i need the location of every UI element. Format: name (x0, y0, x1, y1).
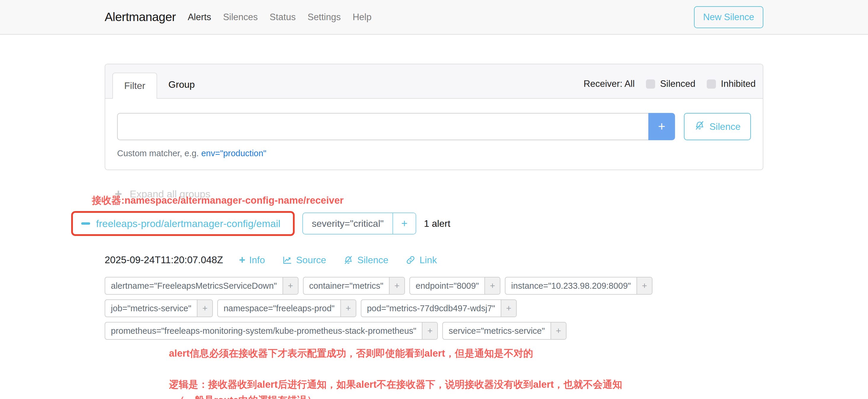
chart-line-icon (282, 255, 292, 265)
group-receiver-link[interactable]: freeleaps-prod/alertmanager-config/email (96, 218, 280, 229)
alert-link-button[interactable]: Link (406, 255, 437, 266)
matcher-help: Custom matcher, e.g. env="production" (117, 149, 751, 158)
navbar: Alertmanager Alerts Silences Status Sett… (0, 0, 868, 35)
matcher-input[interactable] (117, 113, 648, 140)
annotation-receiver-text: 接收器:namespace/altermanager-config-name/r… (92, 194, 344, 207)
bell-slash-icon (694, 120, 705, 133)
label-tag-add-button[interactable]: + (485, 277, 500, 294)
label-tag: endpoint="8009" + (409, 277, 500, 295)
annotation-block: 逻辑是：接收器收到alert后进行通知，如果alert不在接收器下，说明接收器没… (169, 377, 763, 399)
add-matcher-button[interactable]: + (648, 113, 675, 140)
filter-card: Filter Group Receiver: All Silenced Inhi… (105, 64, 763, 170)
matcher-help-text: Custom matcher, e.g. (117, 149, 199, 158)
nav-item-status[interactable]: Status (270, 12, 296, 23)
group-matcher-add-button[interactable]: + (393, 213, 415, 234)
label-tag-text: namespace="freeleaps-prod" (218, 300, 340, 316)
alert-silence-label: Silence (357, 255, 389, 266)
label-tag-add-button[interactable]: + (282, 277, 298, 294)
silence-button[interactable]: Silence (684, 113, 751, 140)
annotation-highlight-box: freeleaps-prod/alertmanager-config/email (71, 211, 295, 236)
label-tag-add-button[interactable]: + (340, 300, 356, 316)
silenced-label: Silenced (660, 79, 695, 89)
alert-info-button[interactable]: + Info (239, 255, 265, 266)
silence-button-label: Silence (709, 121, 741, 132)
alert-silence-button[interactable]: Silence (343, 255, 389, 266)
silenced-checkbox[interactable] (646, 80, 655, 89)
label-tag-add-button[interactable]: + (389, 277, 404, 294)
label-tag: alertname="FreeleapsMetricsServiceDown" … (105, 277, 299, 295)
alert-link-label: Link (420, 255, 437, 266)
label-tag-add-button[interactable]: + (422, 323, 437, 339)
inhibited-checkbox-pair[interactable]: Inhibited (707, 79, 756, 89)
new-silence-button[interactable]: New Silence (694, 6, 763, 28)
label-tag: namespace="freeleaps-prod" + (217, 299, 356, 317)
alert-item: 2025-09-24T11:20:07.048Z + Info Source (105, 254, 763, 340)
nav-item-alerts[interactable]: Alerts (188, 12, 211, 23)
label-tag: container="metrics" + (303, 277, 405, 295)
label-tag-text: service="metrics-service" (443, 323, 550, 339)
annotation-line3: （一般是route中的逻辑有错误） (169, 393, 763, 399)
alert-source-link[interactable]: Source (282, 255, 326, 266)
label-tag-add-button[interactable]: + (197, 300, 212, 316)
alert-source-label: Source (296, 255, 326, 266)
filter-card-body: + Silence Custom matcher, e.g. env="prod (105, 99, 763, 170)
label-tag-add-button[interactable]: + (637, 277, 652, 294)
tab-group[interactable]: Group (157, 72, 206, 98)
label-tag: pod="metrics-77d9cdb497-wdsj7" + (361, 299, 517, 317)
inhibited-label: Inhibited (721, 79, 756, 89)
matcher-example-link[interactable]: env="production" (201, 149, 267, 158)
receiver-selector[interactable]: Receiver: All (584, 79, 635, 89)
label-tag: job="metrics-service" + (105, 299, 213, 317)
plus-icon: + (239, 255, 245, 265)
alert-count: 1 alert (424, 218, 450, 229)
silenced-checkbox-pair[interactable]: Silenced (646, 79, 695, 89)
nav-item-help[interactable]: Help (352, 12, 371, 23)
label-tag: instance="10.233.98.209:8009" + (505, 277, 652, 295)
annotation-line1: alert信息必须在接收器下才表示配置成功，否则即使能看到alert，但是通知是… (169, 347, 763, 360)
label-tag-text: alertname="FreeleapsMetricsServiceDown" (105, 277, 282, 294)
group-matcher-label: severity="critical" (303, 213, 393, 234)
minus-icon (81, 222, 90, 225)
label-tag-text: job="metrics-service" (105, 300, 197, 316)
tab-filter[interactable]: Filter (112, 73, 157, 99)
bell-slash-icon (343, 255, 353, 265)
nav-item-silences[interactable]: Silences (223, 12, 258, 23)
label-tag-text: instance="10.233.98.209:8009" (505, 277, 637, 294)
nav-item-settings[interactable]: Settings (307, 12, 341, 23)
label-tag-text: endpoint="8009" (410, 277, 485, 294)
alert-info-label: Info (249, 255, 265, 266)
link-icon (406, 255, 415, 265)
label-tag-add-button[interactable]: + (551, 323, 566, 339)
annotation-line2: 逻辑是：接收器收到alert后进行通知，如果alert不在接收器下，说明接收器没… (169, 377, 763, 393)
label-tag: prometheus="freeleaps-monitoring-system/… (105, 322, 438, 340)
group-matcher: severity="critical" + (302, 213, 416, 235)
inhibited-checkbox[interactable] (707, 80, 716, 89)
label-tag: service="metrics-service" + (442, 322, 566, 340)
label-tag-add-button[interactable]: + (501, 300, 516, 316)
label-tag-text: pod="metrics-77d9cdb497-wdsj7" (361, 300, 501, 316)
filter-card-header: Filter Group Receiver: All Silenced Inhi… (105, 64, 763, 99)
alert-labels: alertname="FreeleapsMetricsServiceDown" … (105, 277, 763, 340)
app-brand[interactable]: Alertmanager (105, 10, 176, 24)
label-tag-text: prometheus="freeleaps-monitoring-system/… (105, 323, 422, 339)
label-tag-text: container="metrics" (304, 277, 389, 294)
alert-timestamp: 2025-09-24T11:20:07.048Z (105, 254, 223, 266)
